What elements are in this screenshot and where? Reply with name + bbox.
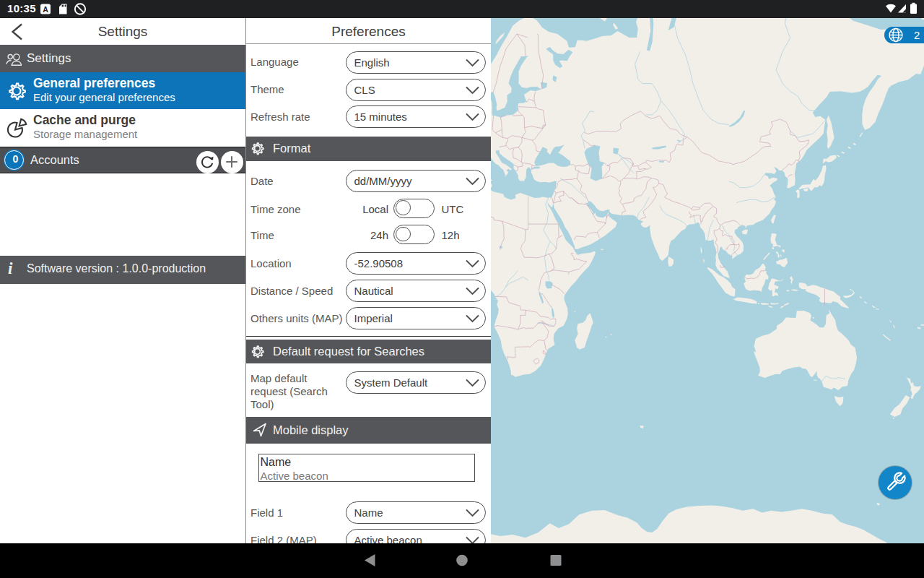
svg-text:2: 2 [914, 29, 920, 41]
svg-text:A: A [43, 5, 48, 14]
